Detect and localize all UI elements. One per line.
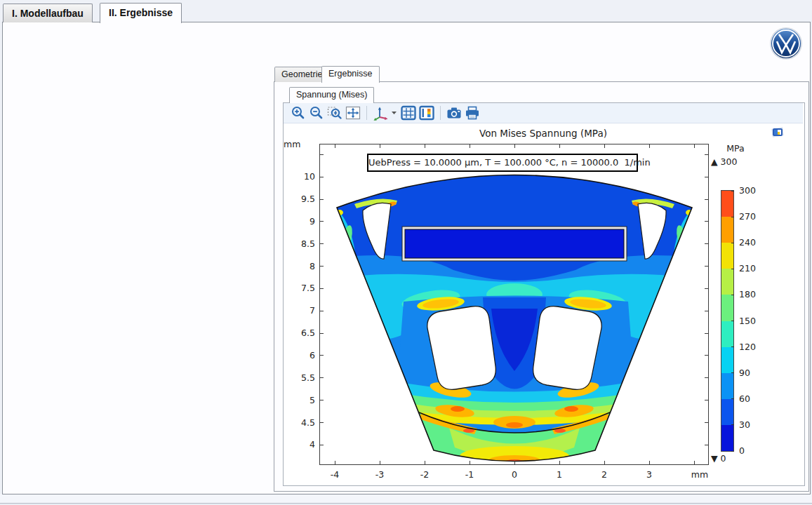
- grid-icon: [400, 105, 417, 121]
- zoom-box-button[interactable]: [326, 105, 343, 121]
- plot-annotation-box: UebPress = 10.0000 µm, T = 100.000 °C, n…: [367, 154, 638, 172]
- colorbar-min-indicator: ▼ 0: [711, 453, 726, 464]
- app-window: I. Modellaufbau II. Ergebnisse i Letzte …: [0, 0, 812, 505]
- graphics-tab-ergebnisse[interactable]: Ergebnisse: [321, 66, 380, 83]
- axis-orientation-button[interactable]: [372, 105, 399, 121]
- stress-contour-plot: [320, 144, 708, 464]
- plot-window-icon[interactable]: [771, 126, 785, 138]
- print-icon: [464, 105, 481, 121]
- vw-logo: [769, 27, 803, 60]
- toolbar-separator: [366, 106, 367, 120]
- zoom-extents-button[interactable]: [345, 105, 361, 121]
- zoom-box-icon: [326, 105, 343, 121]
- graphics-toolbar: [284, 103, 803, 123]
- axis-orientation-icon: [372, 105, 399, 121]
- window-bottom-strip: [0, 494, 812, 504]
- colorbar-max-indicator: ▲ 300: [711, 156, 737, 167]
- zoom-out-button[interactable]: [308, 105, 325, 121]
- colorbar: [721, 190, 734, 452]
- colorbar-unit-label: MPa: [721, 143, 750, 154]
- plot-tab-spannung-mises[interactable]: Spannung (Mises): [289, 87, 374, 104]
- y-axis-unit-label: mm: [284, 139, 300, 149]
- print-button[interactable]: [464, 105, 481, 121]
- grid-button[interactable]: [400, 105, 417, 121]
- color-legend-button[interactable]: [418, 105, 435, 121]
- zoom-extents-icon: [345, 105, 361, 121]
- tab-ergebnisse[interactable]: II. Ergebnisse: [100, 3, 182, 23]
- zoom-out-icon: [308, 105, 325, 121]
- tab-modellaufbau[interactable]: I. Modellaufbau: [3, 4, 93, 22]
- zoom-in-button[interactable]: [290, 105, 307, 121]
- camera-button[interactable]: [446, 105, 462, 121]
- toolbar-separator: [440, 106, 441, 120]
- plot-title: Von Mises Spannung (MPa): [284, 128, 803, 139]
- color-legend-icon: [418, 105, 435, 121]
- zoom-in-icon: [290, 105, 307, 121]
- camera-icon: [446, 105, 462, 121]
- x-axis-unit-label: mm: [684, 469, 715, 480]
